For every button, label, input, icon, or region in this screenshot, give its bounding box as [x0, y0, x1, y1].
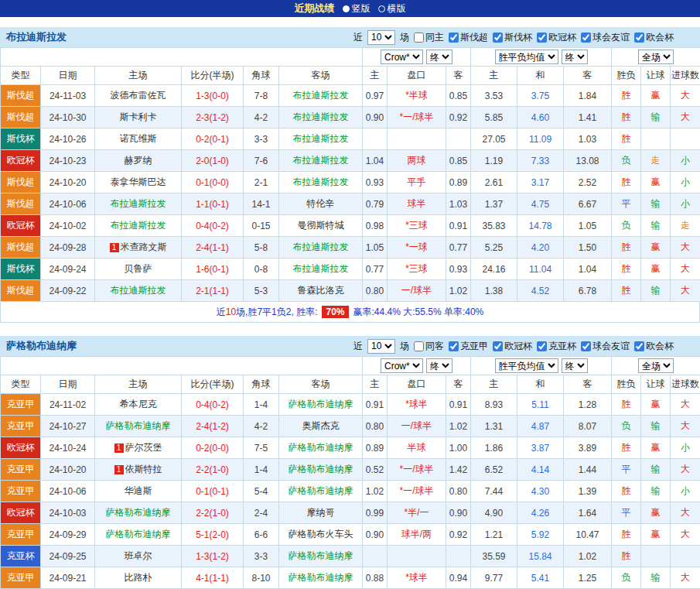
score: 4-1(1-1)	[182, 567, 244, 589]
score: 2-2(1-0)	[182, 502, 244, 524]
avg-away: 1.25	[564, 567, 612, 589]
league-filter-checkbox[interactable]	[581, 341, 591, 351]
league-filter-checkbox[interactable]	[493, 341, 503, 351]
home-odds: 0.80	[363, 416, 388, 437]
match-row: 斯伐超24-09-281米查路文斯2-4(1-1)5-8布拉迪斯拉发1.05*一…	[1, 237, 700, 259]
match-row: 克亚甲24-10-27萨格勒布迪纳摩2-4(1-2)4-2奥斯杰克0.80一/球…	[1, 416, 700, 437]
goals-result-cell: 走	[671, 215, 700, 237]
vertical-layout-radio[interactable]	[343, 5, 350, 12]
recent-count-select[interactable]: 10	[367, 339, 395, 354]
match-row: 斯伐超24-10-30斯卡利卡2-3(1-2)4-2布拉迪斯拉发0.90*一/球…	[1, 107, 700, 128]
league-filter-checkbox[interactable]	[449, 341, 459, 351]
home-odds: 0.99	[363, 502, 388, 524]
match-date: 24-10-27	[41, 416, 95, 437]
scope-select[interactable]: 全场	[638, 358, 674, 373]
away-team: 萨格勒布迪纳摩	[279, 546, 363, 567]
same-venue-checkbox[interactable]	[414, 341, 424, 351]
home-team: 比路朴	[95, 567, 182, 589]
match-type-badge: 克亚甲	[1, 459, 41, 481]
league-filter-1[interactable]: 欧冠杯	[493, 340, 532, 353]
avg-home: 3.53	[471, 85, 517, 107]
summary-lead-pre: 近	[217, 306, 226, 317]
league-filter-checkbox[interactable]	[449, 33, 459, 43]
avg-final-select[interactable]: 终	[562, 358, 588, 373]
result-cell: 平	[612, 502, 641, 524]
goals-result-cell: 大	[671, 459, 700, 481]
column-header-9: 主	[471, 67, 517, 85]
away-team-name: 鲁森比洛克	[298, 285, 344, 296]
match-type-badge: 斯伐超	[1, 193, 41, 215]
handicap-result-cell: 输	[641, 107, 671, 128]
handicap-odds-controls: Crow*终	[363, 357, 471, 375]
league-filter-checkbox[interactable]	[537, 33, 547, 43]
same-venue-filter[interactable]: 同主	[414, 31, 444, 44]
score: 5-1(2-0)	[182, 524, 244, 546]
result-cell: 胜	[612, 481, 641, 502]
corners: 0-15	[244, 215, 279, 237]
handicap-line: 半球	[388, 437, 446, 459]
away-odds: 0.93	[446, 259, 471, 280]
match-type-badge: 克亚甲	[1, 481, 41, 502]
vertical-layout-option[interactable]: 竖版	[343, 2, 370, 15]
handicap-final-select[interactable]: 终	[426, 50, 452, 64]
league-filter-0[interactable]: 克亚甲	[449, 340, 488, 353]
home-team: 萨格勒布迪纳摩	[95, 524, 182, 546]
summary-lead: 近10场,胜7平1负2, 胜率:	[217, 306, 318, 319]
handicap-line: 两球	[388, 150, 446, 172]
scope-select[interactable]: 全场	[638, 50, 674, 64]
league-filter-3[interactable]: 球会友谊	[581, 31, 630, 44]
avg-type-select[interactable]: 胜平负均值	[495, 50, 558, 64]
horizontal-layout-label: 横版	[388, 2, 406, 15]
league-filter-checkbox[interactable]	[537, 341, 547, 351]
avg-home: 1.86	[471, 437, 517, 459]
odds-source-select[interactable]: Crow*	[381, 50, 423, 64]
match-row: 欧冠杯24-10-241萨尔茨堡0-2(0-0)7-5萨格勒布迪纳摩0.89半球…	[1, 437, 700, 459]
avg-draw: 15.84	[517, 546, 564, 567]
home-team-name: 诺瓦维斯	[120, 133, 157, 144]
league-filter-checkbox[interactable]	[493, 33, 503, 43]
avg-draw: 11.04	[517, 259, 564, 280]
home-odds: 0.80	[363, 280, 388, 302]
league-filter-checkbox[interactable]	[634, 33, 644, 43]
score: 2-0(1-0)	[182, 150, 244, 172]
score: 0-2(0-0)	[182, 437, 244, 459]
away-team-name: 摩纳哥	[307, 507, 335, 518]
avg-away: 6.78	[564, 280, 612, 302]
league-filter-4[interactable]: 欧会杯	[634, 340, 674, 353]
avg-home: 35.59	[471, 546, 517, 567]
handicap-final-select[interactable]: 终	[426, 358, 452, 373]
goals-result-cell	[671, 546, 700, 567]
away-team: 摩纳哥	[279, 502, 363, 524]
league-filter-1[interactable]: 斯伐杯	[493, 31, 532, 44]
filter-bar: 近10场同主斯伐超斯伐杯欧冠杯球会友谊欧会杯	[353, 30, 694, 45]
match-row: 斯伐超24-11-03波德布雷佐瓦1-3(0-0)7-8布拉迪斯拉发0.97*半…	[1, 85, 700, 107]
away-team-name: 萨格勒布迪纳摩	[289, 550, 353, 561]
same-venue-filter[interactable]: 同客	[414, 340, 444, 353]
score: 1-6(0-1)	[182, 259, 244, 280]
league-filter-2[interactable]: 欧冠杯	[537, 31, 576, 44]
away-odds: 0.90	[446, 502, 471, 524]
league-filter-2[interactable]: 克亚杯	[537, 340, 576, 353]
avg-final-select[interactable]: 终	[562, 50, 588, 64]
league-filter-3[interactable]: 球会友谊	[581, 340, 630, 353]
away-team: 布拉迪斯拉发	[279, 150, 363, 172]
odds-source-select[interactable]: Crow*	[381, 358, 423, 373]
goals-result-cell: 小	[671, 150, 700, 172]
away-team: 布拉迪斯拉发	[279, 107, 363, 128]
result-cell: 胜	[612, 172, 641, 193]
match-type-badge: 克亚甲	[1, 524, 41, 546]
handicap-result-cell: 输	[641, 567, 671, 589]
league-filter-4[interactable]: 欧会杯	[634, 31, 674, 44]
home-odds: 0.91	[363, 394, 388, 416]
recent-count-select[interactable]: 10	[367, 30, 395, 45]
horizontal-layout-radio[interactable]	[378, 5, 385, 12]
league-filter-checkbox[interactable]	[581, 33, 591, 43]
home-odds	[363, 546, 388, 567]
league-filter-0[interactable]: 斯伐超	[449, 31, 488, 44]
same-venue-checkbox[interactable]	[414, 33, 424, 43]
horizontal-layout-option[interactable]: 横版	[378, 2, 406, 15]
match-row: 欧冠杯24-10-02布拉迪斯拉发0-4(0-2)0-15曼彻斯特城0.98*三…	[1, 215, 700, 237]
league-filter-checkbox[interactable]	[634, 341, 644, 351]
avg-type-select[interactable]: 胜平负均值	[495, 358, 558, 373]
column-header-0: 类型	[1, 67, 41, 85]
